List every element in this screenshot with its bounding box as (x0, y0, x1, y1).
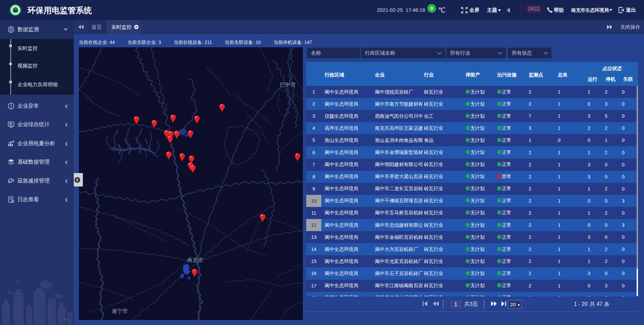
svg-text:遂宁市: 遂宁市 (112, 308, 128, 314)
svg-text:巴中市: 巴中市 (280, 82, 296, 88)
svg-text:南充市: 南充市 (187, 257, 203, 263)
